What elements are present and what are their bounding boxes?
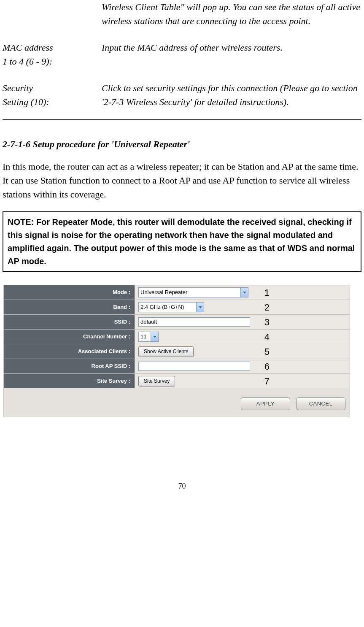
field-channel: 11 4 xyxy=(135,330,350,344)
mac-label: MAC address 1 to 4 (6 - 9): xyxy=(3,41,102,68)
channel-select-chevron-down-icon[interactable] xyxy=(151,332,158,341)
channel-select-value: 11 xyxy=(140,332,146,341)
note-box: NOTE: For Repeater Mode, this router wil… xyxy=(3,211,361,272)
row-band: Band : 2.4 GHz (B+G+N) 2 xyxy=(4,300,350,315)
router-settings-screenshot: Mode : Universal Repeater 1 Band : 2.4 G… xyxy=(3,285,350,417)
band-select[interactable]: 2.4 GHz (B+G+N) xyxy=(138,302,204,312)
security-label: Security Setting (10): xyxy=(3,81,102,109)
site-survey-label: Site Survey xyxy=(144,377,170,385)
callout-3: 3 xyxy=(264,315,270,329)
mode-select-chevron-down-icon[interactable] xyxy=(240,288,248,297)
label-mode: Mode : xyxy=(4,285,135,300)
label-site-survey: Site Survey : xyxy=(4,374,135,388)
def-row-intro-trailing: Wireless Client Table" will pop up. You … xyxy=(3,0,361,28)
field-band: 2.4 GHz (B+G+N) 2 xyxy=(135,300,350,314)
mac-text: Input the MAC address of other wireless … xyxy=(102,41,361,54)
label-channel: Channel Number : xyxy=(4,330,135,344)
apply-button[interactable]: APPLY xyxy=(241,397,290,410)
def-row-mac: MAC address 1 to 4 (6 - 9): Input the MA… xyxy=(3,41,361,68)
security-label-line1: Security xyxy=(3,83,33,93)
footer-buttons: APPLY CANCEL xyxy=(4,388,350,417)
callout-7: 7 xyxy=(264,374,270,388)
security-label-line2: Setting (10): xyxy=(3,97,49,107)
ssid-input[interactable]: default xyxy=(138,317,250,327)
callout-4: 4 xyxy=(264,330,270,344)
site-survey-button[interactable]: Site Survey xyxy=(138,376,175,386)
ssid-input-value: default xyxy=(140,318,157,326)
band-select-chevron-down-icon[interactable] xyxy=(196,303,204,312)
show-active-clients-label: Show Active Clients xyxy=(144,348,188,355)
callout-6: 6 xyxy=(264,359,270,373)
definitions-block: Wireless Client Table" will pop up. You … xyxy=(3,0,361,109)
label-ssid: SSID : xyxy=(4,315,135,329)
mac-label-line1: MAC address xyxy=(3,42,53,53)
def-row-security: Security Setting (10): Click to set secu… xyxy=(3,81,361,109)
section-divider xyxy=(3,119,361,120)
mac-label-line2: 1 to 4 (6 - 9): xyxy=(3,56,52,67)
root-ap-ssid-input[interactable] xyxy=(138,362,250,371)
row-channel: Channel Number : 11 4 xyxy=(4,330,350,344)
apply-button-label: APPLY xyxy=(256,400,275,408)
channel-select[interactable]: 11 xyxy=(138,332,159,342)
field-ssid: default 3 xyxy=(135,315,350,329)
row-mode: Mode : Universal Repeater 1 xyxy=(4,285,350,300)
callout-5: 5 xyxy=(264,345,270,359)
cancel-button-label: CANCEL xyxy=(309,400,333,408)
field-mode: Universal Repeater 1 xyxy=(135,285,350,300)
label-associated-clients: Associated Clients : xyxy=(4,344,135,359)
intro-trailing-text: Wireless Client Table" will pop up. You … xyxy=(102,0,361,28)
show-active-clients-button[interactable]: Show Active Clients xyxy=(138,346,194,357)
row-site-survey: Site Survey : Site Survey 7 xyxy=(4,374,350,388)
field-site-survey: Site Survey 7 xyxy=(135,374,350,388)
callout-2: 2 xyxy=(264,300,270,314)
label-band: Band : xyxy=(4,300,135,314)
row-ssid: SSID : default 3 xyxy=(4,315,350,330)
mode-select[interactable]: Universal Repeater xyxy=(138,287,248,297)
body-paragraph: In this mode, the router can act as a wi… xyxy=(3,159,361,201)
callout-1: 1 xyxy=(264,286,270,300)
mode-select-value: Universal Repeater xyxy=(140,288,187,297)
band-select-value: 2.4 GHz (B+G+N) xyxy=(140,303,184,311)
row-associated-clients: Associated Clients : Show Active Clients… xyxy=(4,344,350,359)
page-number: 70 xyxy=(3,481,361,492)
label-root-ap-ssid: Root AP SSID : xyxy=(4,359,135,373)
section-title: 2-7-1-6 Setup procedure for 'Universal R… xyxy=(3,137,361,151)
cancel-button[interactable]: CANCEL xyxy=(296,397,345,410)
security-text: Click to set security settings for this … xyxy=(102,81,361,109)
row-root-ap-ssid: Root AP SSID : 6 xyxy=(4,359,350,374)
field-associated-clients: Show Active Clients 5 xyxy=(135,344,350,359)
field-root-ap-ssid: 6 xyxy=(135,359,350,373)
